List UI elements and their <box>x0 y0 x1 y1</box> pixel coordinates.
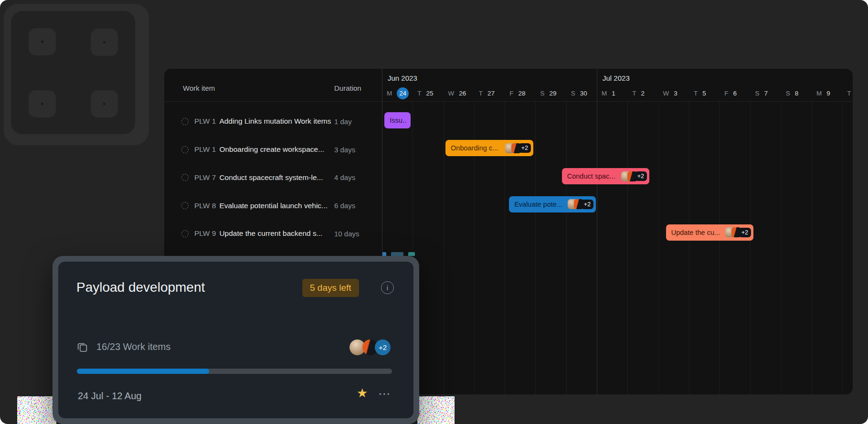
day-gridline <box>535 101 536 394</box>
day-gridline <box>689 101 689 394</box>
assignee-overflow-badge: +2 <box>739 228 751 237</box>
assignee-cluster: +2 <box>568 199 593 209</box>
day-label: W3 <box>658 87 689 99</box>
work-item-id: PLW 7 <box>194 173 216 182</box>
work-item-id: PLW 9 <box>194 229 216 238</box>
day-of-week: S <box>786 90 790 97</box>
day-gridline <box>781 101 782 394</box>
day-label: S7 <box>750 87 781 99</box>
gantt-bar[interactable]: Evaluate pote...+2 <box>509 196 596 212</box>
day-gridline <box>566 101 567 394</box>
day-gridline <box>658 101 659 394</box>
work-item-state-icon <box>181 146 189 153</box>
day-number: 9 <box>826 90 830 97</box>
gantt-bar-label: Issu.. <box>390 117 408 124</box>
gantt-bar-label: Conduct spac... <box>567 172 619 180</box>
assignee-overflow-badge[interactable]: +2 <box>375 339 391 355</box>
work-item-title: Update the current backend s... <box>219 229 322 238</box>
assignee-overflow-badge: +2 <box>635 171 647 181</box>
assignee-cluster: +2 <box>621 171 647 181</box>
clipped-row <box>382 249 525 256</box>
day-number: 7 <box>764 90 768 97</box>
day-label: F28 <box>505 87 535 99</box>
work-item-state-icon <box>181 230 189 237</box>
day-label: S30 <box>566 87 597 99</box>
widget-tile-icon <box>91 90 118 117</box>
day-of-week: T <box>632 90 636 97</box>
day-of-week: T <box>417 90 421 97</box>
more-options-icon[interactable]: ••• <box>379 391 392 398</box>
progress-bar <box>77 369 392 374</box>
day-label: T2 <box>627 87 658 99</box>
day-number: 27 <box>487 90 495 97</box>
day-label: F6 <box>720 87 750 99</box>
day-label: M9 <box>812 87 842 99</box>
day-number: 8 <box>795 90 799 97</box>
month-label: Jun 2023 <box>388 74 417 82</box>
noise-artifact <box>17 396 56 424</box>
app-background: Work item Duration Jun 2023M24T25W26T27F… <box>0 0 868 424</box>
work-item-duration: 1 day <box>334 117 352 126</box>
day-of-week: M <box>387 90 392 97</box>
day-label: T25 <box>413 87 443 99</box>
gantt-bar[interactable]: Update the cu...+2 <box>666 224 753 241</box>
work-item-row[interactable]: PLW 1Adding Links mutation Work items1 d… <box>164 107 382 136</box>
day-of-week: S <box>540 90 544 97</box>
favorite-star-icon[interactable]: ★ <box>357 387 368 399</box>
day-of-week: F <box>509 90 513 97</box>
work-item-title: Onboarding create workspace... <box>219 145 324 154</box>
day-number: 1 <box>612 90 615 97</box>
noise-artifact <box>417 396 455 424</box>
month-gridline <box>597 69 597 394</box>
day-of-week: M <box>816 90 822 97</box>
day-number: 29 <box>549 90 556 97</box>
work-item-duration: 4 days <box>334 173 355 181</box>
work-item-row[interactable]: PLW 7Conduct spacecraft system-le...4 da… <box>164 164 382 192</box>
info-icon[interactable]: i <box>381 281 394 294</box>
work-item-duration: 10 days <box>334 230 360 238</box>
work-item-id: PLW 8 <box>194 201 216 210</box>
module-card: Payload development 5 days left i 16/23 … <box>53 256 419 424</box>
work-item-title: Adding Links mutation Work items <box>219 117 331 126</box>
day-gridline <box>444 101 444 394</box>
gantt-bar-label: Onboarding c... <box>451 144 503 152</box>
widget-tile-icon <box>29 28 56 55</box>
work-item-duration: 3 days <box>334 146 355 154</box>
day-gridline <box>750 101 751 394</box>
work-item-state-icon <box>181 118 189 125</box>
progress-fill <box>77 369 209 374</box>
work-item-duration: 6 days <box>334 201 355 210</box>
gantt-bar[interactable]: Conduct spac...+2 <box>562 168 649 184</box>
day-gridline <box>720 101 720 394</box>
work-item-row[interactable]: PLW 8Evaluate potential launch vehic...6… <box>164 191 382 220</box>
gantt-bar-label: Update the cu... <box>671 229 723 236</box>
work-item-row[interactable]: PLW 9Update the current backend s...10 d… <box>164 220 382 248</box>
work-item-row[interactable]: PLW 1Onboarding create workspace...3 day… <box>164 136 382 164</box>
module-card-body: Payload development 5 days left i 16/23 … <box>58 262 413 418</box>
day-of-week: W <box>448 90 455 97</box>
header-divider <box>164 101 853 102</box>
widget-tile-icon <box>29 90 56 117</box>
widget-preview-panel <box>4 4 149 145</box>
day-label: T <box>842 87 853 99</box>
day-of-week: W <box>663 90 669 97</box>
gantt-bar[interactable]: Onboarding c...+2 <box>445 140 533 156</box>
gantt-bar[interactable]: Issu.. <box>384 112 411 128</box>
day-label: M24 <box>382 87 413 99</box>
module-title: Payload development <box>76 280 205 295</box>
day-of-week: S <box>571 90 575 97</box>
day-number: 25 <box>426 90 434 97</box>
work-item-state-icon <box>181 174 189 181</box>
work-item-title: Evaluate potential launch vehic... <box>219 201 328 210</box>
day-label: M1 <box>597 87 627 99</box>
assignee-overflow-badge: +2 <box>519 143 531 153</box>
work-item-id: PLW 1 <box>194 117 216 126</box>
day-label: T27 <box>474 87 505 99</box>
widget-preview-inner <box>11 11 135 134</box>
day-of-week: T <box>694 90 698 97</box>
day-number: 6 <box>733 90 737 97</box>
day-number: 30 <box>580 90 587 97</box>
day-label: T5 <box>689 87 720 99</box>
day-of-week: M <box>602 90 607 97</box>
days-left-badge: 5 days left <box>302 279 359 297</box>
